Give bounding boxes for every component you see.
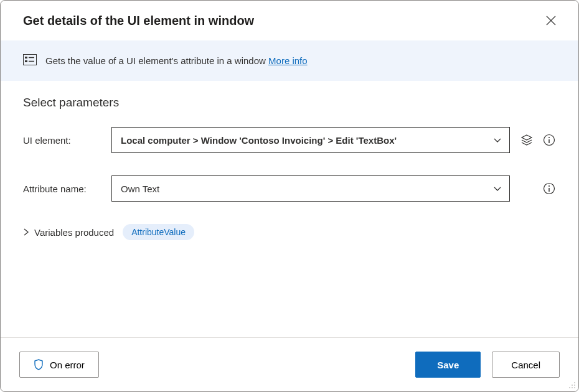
attribute-name-value: Own Text: [121, 184, 159, 194]
svg-rect-0: [24, 55, 37, 65]
info-icon: [543, 182, 555, 195]
svg-point-13: [574, 385, 575, 386]
attribute-info-button[interactable]: [542, 182, 556, 195]
variables-label: Variables produced: [34, 227, 114, 238]
svg-point-9: [548, 185, 550, 187]
on-error-button[interactable]: On error: [19, 352, 99, 378]
attribute-name-select[interactable]: Own Text: [111, 175, 510, 202]
cancel-button[interactable]: Cancel: [492, 352, 560, 378]
attribute-name-row: Attribute name: Own Text: [23, 175, 556, 202]
ui-element-row: UI element: Local computer > Window 'Con…: [23, 127, 556, 153]
dialog-title: Get details of the UI element in window: [23, 14, 254, 28]
ui-element-picker-button[interactable]: [520, 133, 534, 147]
svg-rect-1: [25, 57, 27, 58]
svg-point-15: [572, 387, 573, 388]
dialog-window: Get details of the UI element in window …: [0, 0, 579, 392]
layers-icon: [520, 134, 533, 146]
cancel-label: Cancel: [511, 360, 540, 370]
svg-point-14: [569, 387, 570, 388]
variables-row: Variables produced AttributeValue: [23, 224, 556, 240]
more-info-link[interactable]: More info: [268, 55, 308, 66]
on-error-label: On error: [50, 360, 85, 370]
svg-rect-3: [25, 60, 27, 62]
chevron-down-icon: [493, 184, 502, 193]
ui-element-label: UI element:: [23, 135, 111, 146]
save-label: Save: [437, 360, 459, 370]
action-details-icon: [23, 54, 37, 67]
ui-element-select[interactable]: Local computer > Window 'Contoso Invoici…: [111, 127, 510, 153]
shield-icon: [34, 359, 44, 370]
ui-element-value: Local computer > Window 'Contoso Invoici…: [121, 135, 397, 146]
variables-toggle[interactable]: Variables produced: [23, 227, 114, 238]
dialog-footer: On error Save Cancel: [1, 337, 578, 391]
info-text-content: Gets the value of a UI element's attribu…: [45, 55, 268, 66]
dialog-header: Get details of the UI element in window: [1, 1, 578, 40]
close-icon: [546, 16, 556, 26]
info-bar: Gets the value of a UI element's attribu…: [1, 40, 578, 81]
svg-point-16: [574, 387, 575, 388]
info-icon: [543, 134, 555, 146]
variable-chip[interactable]: AttributeValue: [123, 224, 194, 240]
svg-point-11: [574, 382, 575, 383]
save-button[interactable]: Save: [415, 352, 481, 378]
svg-point-6: [548, 137, 550, 138]
section-title: Select parameters: [23, 96, 556, 110]
info-text: Gets the value of a UI element's attribu…: [45, 55, 308, 66]
close-button[interactable]: [544, 13, 558, 28]
resize-grip-icon[interactable]: [567, 380, 576, 389]
svg-point-12: [572, 385, 573, 386]
attribute-name-label: Attribute name:: [23, 184, 111, 194]
ui-element-info-button[interactable]: [542, 133, 556, 147]
chevron-down-icon: [493, 136, 502, 144]
dialog-body: Select parameters UI element: Local comp…: [1, 81, 578, 337]
chevron-right-icon: [23, 228, 29, 236]
